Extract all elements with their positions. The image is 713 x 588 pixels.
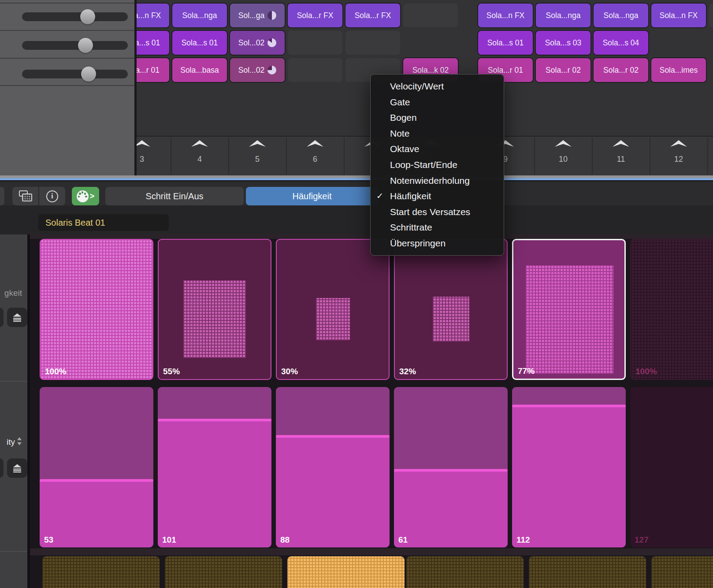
midi-capture-button[interactable]: > [72, 187, 99, 205]
mixer-row-divider [0, 58, 134, 59]
row-label-velocity[interactable]: ity [0, 436, 27, 448]
scene-trigger-button[interactable] [612, 140, 630, 149]
step-cell-frequency[interactable]: 30% [276, 239, 390, 380]
step-onoff-mode-button[interactable]: Schritt Ein/Aus [105, 187, 244, 205]
step-cell[interactable] [42, 556, 160, 588]
step-cell[interactable] [287, 556, 405, 588]
menu-item-note[interactable]: Note [371, 126, 504, 141]
clip-label: Sola...s 03 [545, 38, 582, 48]
menu-item-bogen[interactable]: Bogen [371, 110, 504, 126]
scene-trigger-button[interactable] [248, 140, 267, 149]
frequency-fill-texture [183, 280, 246, 358]
pattern-name: Solaris Beat 01 [45, 218, 105, 228]
clip-cell[interactable]: Sol...02 [230, 58, 285, 82]
slider-knob[interactable] [80, 9, 95, 24]
menu-item-loop-start-ende[interactable]: Loop-Start/Ende [371, 157, 504, 173]
empty-clip-slot[interactable] [709, 4, 713, 27]
menu-item-gate[interactable]: Gate [371, 94, 504, 110]
step-cell-frequency[interactable]: 100% [630, 239, 713, 380]
empty-clip-slot[interactable] [288, 31, 342, 55]
clip-cell[interactable]: Sola...n FX [651, 4, 706, 27]
clip-label: Sol...02 [238, 66, 264, 75]
clip-label: Sola...r 02 [603, 66, 639, 75]
menu-item-start-des-versatzes[interactable]: Start des Versatzes [371, 204, 504, 220]
menu-item--berspringen[interactable]: Überspringen [371, 235, 504, 251]
clip-cell[interactable]: Sola...r FX [345, 4, 400, 27]
menu-item-notenwiederholung[interactable]: Notenwiederholung [371, 173, 504, 189]
step-cell-frequency[interactable]: 32% [394, 239, 508, 380]
clip-cell[interactable]: Sol...ga [230, 4, 285, 27]
clip-cell[interactable]: Sola...s 04 [594, 31, 648, 55]
velocity-level-line[interactable] [394, 469, 508, 472]
clip-label: Sola...s 01 [487, 38, 524, 48]
app-window: Sola...n FXSola...ngaSol...gaSola...r FX… [0, 0, 713, 588]
step-cell-frequency[interactable]: 77% [512, 239, 626, 380]
scene-trigger-button[interactable] [190, 140, 209, 149]
scene-trigger-button[interactable] [306, 140, 324, 149]
step-cell-frequency[interactable]: 100% [40, 239, 153, 380]
velocity-level-line[interactable] [276, 435, 390, 438]
clip-cell[interactable]: Sola...imes [651, 58, 706, 82]
step-cell-velocity[interactable]: 53 [40, 387, 153, 547]
frequency-mode-button[interactable]: Häufigkeit [246, 187, 378, 205]
step-cell-velocity[interactable]: 101 [158, 387, 271, 547]
chevron-up-icon [248, 140, 267, 147]
clip-cell[interactable]: Sola...s 03 [536, 31, 590, 55]
row-mode-stepper-icon[interactable] [17, 437, 22, 447]
step-cell[interactable] [165, 556, 282, 588]
clipped-row-button[interactable] [0, 458, 4, 478]
empty-clip-slot[interactable] [288, 58, 342, 82]
clip-cell[interactable]: Sola...nga [536, 4, 590, 27]
velocity-level-line[interactable] [158, 419, 271, 421]
menu-item-velocity-wert[interactable]: Velocity/Wert [371, 78, 504, 94]
clip-label: Sola...basa [180, 66, 219, 75]
scene-trigger-button[interactable] [554, 140, 572, 149]
clip-label: Sola...nga [182, 11, 217, 20]
step-cell[interactable] [406, 556, 524, 588]
clip-label: Sola...n FX [486, 11, 525, 20]
menu-item-label: Start des Versatzes [390, 207, 470, 217]
step-cell[interactable] [651, 556, 713, 588]
clip-cell[interactable]: Sola...nga [594, 4, 648, 27]
pattern-grid-button[interactable] [12, 187, 38, 205]
clip-cell[interactable]: Sola...s 01 [172, 31, 227, 55]
volume-slider[interactable] [22, 12, 128, 21]
info-button[interactable]: i [39, 187, 65, 205]
clip-cell[interactable]: Sola...r 02 [594, 58, 648, 82]
clip-cell[interactable]: Sola...n FX [478, 4, 533, 27]
pattern-name-field[interactable]: Solaris Beat 01 [38, 214, 169, 231]
info-icon: i [46, 190, 58, 202]
menu-item-label: Schrittrate [390, 222, 432, 232]
step-cell-velocity[interactable]: 127 [630, 387, 713, 547]
slider-knob[interactable] [81, 67, 96, 82]
clip-cell[interactable]: Sol...02 [230, 31, 285, 55]
scene-trigger-button[interactable] [669, 140, 688, 149]
clipped-row-button[interactable] [0, 308, 4, 327]
panel-divider [27, 234, 30, 588]
clip-cell[interactable]: Sola...r FX [288, 4, 342, 27]
slider-knob[interactable] [78, 38, 93, 53]
clip-progress-pie-icon [267, 66, 276, 74]
volume-slider[interactable] [22, 70, 128, 78]
row-expand-button[interactable] [7, 458, 27, 478]
clip-cell[interactable]: Sola...basa [172, 58, 227, 82]
step-cell-frequency[interactable]: 55% [158, 239, 271, 380]
row-expand-button[interactable] [7, 308, 27, 327]
clipped-toolbar-button[interactable] [0, 187, 4, 205]
step-cell-velocity[interactable]: 88 [276, 387, 390, 547]
step-cell-velocity[interactable]: 61 [394, 387, 508, 547]
clip-cell[interactable]: Sola...r 02 [536, 58, 590, 82]
menu-item-oktave[interactable]: Oktave [371, 141, 504, 157]
velocity-level-line[interactable] [512, 405, 626, 407]
volume-slider[interactable] [22, 41, 128, 50]
clip-cell[interactable]: Sola...nga [172, 4, 227, 27]
scene-number: 12 [670, 155, 687, 164]
step-cell-velocity[interactable]: 112 [512, 387, 626, 547]
velocity-level-line[interactable] [40, 479, 153, 482]
menu-item-h-ufigkeit[interactable]: ✓Häufigkeit [371, 188, 504, 204]
menu-item-schrittrate[interactable]: Schrittrate [371, 220, 504, 235]
step-cell[interactable] [529, 556, 646, 588]
empty-clip-slot[interactable] [345, 31, 400, 55]
empty-clip-slot[interactable] [403, 4, 458, 27]
clip-cell[interactable]: Sola...s 01 [478, 31, 533, 55]
